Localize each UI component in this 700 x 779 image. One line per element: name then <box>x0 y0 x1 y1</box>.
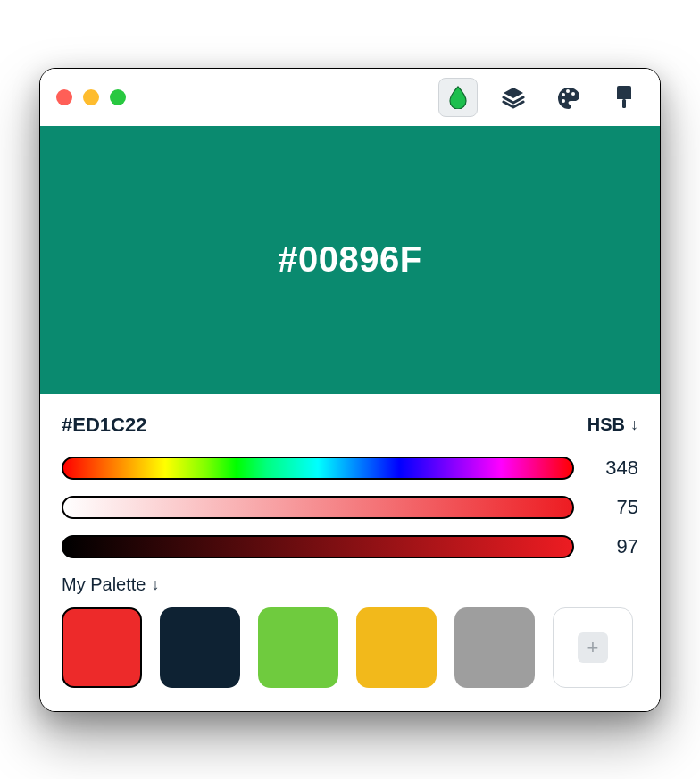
brush-icon <box>614 85 634 110</box>
drop-tool-button[interactable] <box>438 78 478 117</box>
brightness-value: 97 <box>596 535 638 558</box>
add-swatch-button[interactable]: + <box>553 607 633 688</box>
color-picker-window: #00896F #ED1C22 HSB ↓ 348 75 97 My Palet… <box>39 68 661 712</box>
current-hex-value[interactable]: #ED1C22 <box>62 414 146 437</box>
palette-tool-button[interactable] <box>549 78 588 117</box>
svg-point-3 <box>562 99 565 103</box>
palette-selector[interactable]: My Palette ↓ <box>62 574 638 595</box>
saturation-slider-row: 75 <box>62 496 638 519</box>
plus-icon: + <box>578 632 608 663</box>
hue-value: 348 <box>596 457 638 480</box>
layers-tool-button[interactable] <box>494 78 533 117</box>
palette-swatch[interactable] <box>258 607 338 688</box>
saturation-slider[interactable] <box>62 496 574 519</box>
minimize-window-button[interactable] <box>83 89 99 105</box>
brightness-slider[interactable] <box>62 535 574 558</box>
toolbar <box>438 78 644 117</box>
color-mode-label: HSB <box>588 415 625 435</box>
palette-title: My Palette <box>62 574 146 595</box>
palette-icon <box>556 86 581 109</box>
hue-slider[interactable] <box>62 457 574 480</box>
palette-swatch[interactable] <box>356 607 437 688</box>
titlebar <box>40 69 660 126</box>
zoom-window-button[interactable] <box>110 89 126 105</box>
svg-point-1 <box>566 89 570 93</box>
svg-point-0 <box>562 93 565 96</box>
brush-tool-button[interactable] <box>604 78 644 117</box>
window-controls <box>56 89 126 105</box>
svg-point-2 <box>571 92 575 96</box>
layers-icon <box>502 86 525 109</box>
controls-panel: #ED1C22 HSB ↓ 348 75 97 My Palette ↓ + <box>40 394 660 711</box>
brightness-slider-row: 97 <box>62 535 638 558</box>
color-mode-selector[interactable]: HSB ↓ <box>588 415 638 435</box>
svg-rect-6 <box>622 99 626 108</box>
panel-header: #ED1C22 HSB ↓ <box>62 414 638 437</box>
preview-hex-label: #00896F <box>278 239 421 280</box>
saturation-value: 75 <box>596 496 638 519</box>
palette-swatch[interactable] <box>62 607 142 688</box>
color-preview: #00896F <box>40 126 660 394</box>
hue-slider-row: 348 <box>62 457 638 480</box>
palette-swatch[interactable] <box>160 607 240 688</box>
chevron-down-icon: ↓ <box>630 415 638 434</box>
chevron-down-icon: ↓ <box>151 575 159 594</box>
palette-swatches: + <box>62 607 638 688</box>
svg-rect-5 <box>617 95 631 99</box>
drop-icon <box>448 86 468 109</box>
palette-swatch[interactable] <box>454 607 535 688</box>
close-window-button[interactable] <box>56 89 72 105</box>
